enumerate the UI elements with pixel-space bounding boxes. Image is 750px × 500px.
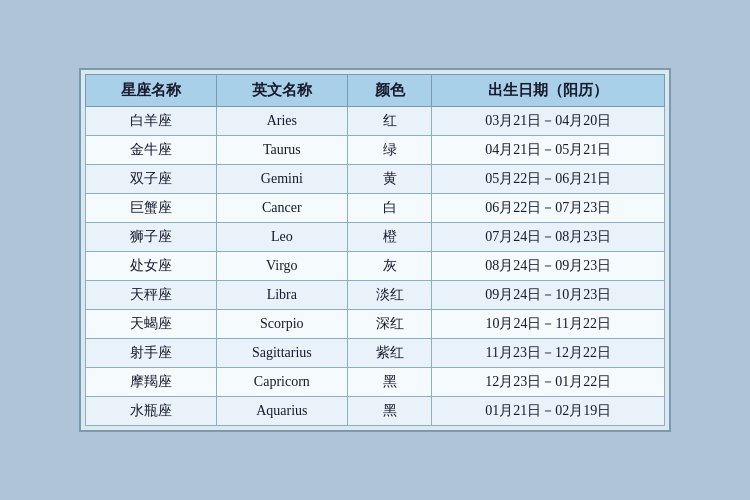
zodiac-table: 星座名称英文名称颜色出生日期（阳历） 白羊座Aries红03月21日－04月20…: [85, 74, 665, 426]
table-row: 水瓶座Aquarius黑01月21日－02月19日: [86, 397, 665, 426]
cell-9-0: 摩羯座: [86, 368, 217, 397]
cell-8-3: 11月23日－12月22日: [432, 339, 665, 368]
cell-10-2: 黑: [347, 397, 432, 426]
cell-3-0: 巨蟹座: [86, 194, 217, 223]
cell-4-3: 07月24日－08月23日: [432, 223, 665, 252]
cell-8-0: 射手座: [86, 339, 217, 368]
cell-3-3: 06月22日－07月23日: [432, 194, 665, 223]
cell-9-3: 12月23日－01月22日: [432, 368, 665, 397]
cell-5-3: 08月24日－09月23日: [432, 252, 665, 281]
cell-7-2: 深红: [347, 310, 432, 339]
cell-4-2: 橙: [347, 223, 432, 252]
cell-10-0: 水瓶座: [86, 397, 217, 426]
cell-5-2: 灰: [347, 252, 432, 281]
cell-1-1: Taurus: [216, 136, 347, 165]
cell-8-1: Sagittarius: [216, 339, 347, 368]
cell-0-2: 红: [347, 107, 432, 136]
cell-1-3: 04月21日－05月21日: [432, 136, 665, 165]
table-row: 处女座Virgo灰08月24日－09月23日: [86, 252, 665, 281]
table-row: 狮子座Leo橙07月24日－08月23日: [86, 223, 665, 252]
zodiac-table-wrapper: 星座名称英文名称颜色出生日期（阳历） 白羊座Aries红03月21日－04月20…: [79, 68, 671, 432]
cell-8-2: 紫红: [347, 339, 432, 368]
table-row: 金牛座Taurus绿04月21日－05月21日: [86, 136, 665, 165]
cell-1-2: 绿: [347, 136, 432, 165]
cell-2-0: 双子座: [86, 165, 217, 194]
cell-6-0: 天秤座: [86, 281, 217, 310]
cell-6-3: 09月24日－10月23日: [432, 281, 665, 310]
column-header-3: 出生日期（阳历）: [432, 75, 665, 107]
cell-2-3: 05月22日－06月21日: [432, 165, 665, 194]
cell-6-2: 淡红: [347, 281, 432, 310]
cell-1-0: 金牛座: [86, 136, 217, 165]
cell-10-1: Aquarius: [216, 397, 347, 426]
cell-2-1: Gemini: [216, 165, 347, 194]
table-row: 巨蟹座Cancer白06月22日－07月23日: [86, 194, 665, 223]
cell-2-2: 黄: [347, 165, 432, 194]
cell-4-1: Leo: [216, 223, 347, 252]
cell-10-3: 01月21日－02月19日: [432, 397, 665, 426]
table-row: 天蝎座Scorpio深红10月24日－11月22日: [86, 310, 665, 339]
table-row: 白羊座Aries红03月21日－04月20日: [86, 107, 665, 136]
cell-0-3: 03月21日－04月20日: [432, 107, 665, 136]
cell-0-1: Aries: [216, 107, 347, 136]
cell-9-1: Capricorn: [216, 368, 347, 397]
column-header-0: 星座名称: [86, 75, 217, 107]
table-row: 射手座Sagittarius紫红11月23日－12月22日: [86, 339, 665, 368]
cell-4-0: 狮子座: [86, 223, 217, 252]
cell-5-1: Virgo: [216, 252, 347, 281]
table-row: 摩羯座Capricorn黑12月23日－01月22日: [86, 368, 665, 397]
cell-3-2: 白: [347, 194, 432, 223]
cell-0-0: 白羊座: [86, 107, 217, 136]
table-row: 天秤座Libra淡红09月24日－10月23日: [86, 281, 665, 310]
table-row: 双子座Gemini黄05月22日－06月21日: [86, 165, 665, 194]
column-header-1: 英文名称: [216, 75, 347, 107]
cell-7-3: 10月24日－11月22日: [432, 310, 665, 339]
cell-9-2: 黑: [347, 368, 432, 397]
cell-3-1: Cancer: [216, 194, 347, 223]
cell-7-0: 天蝎座: [86, 310, 217, 339]
cell-5-0: 处女座: [86, 252, 217, 281]
cell-6-1: Libra: [216, 281, 347, 310]
column-header-2: 颜色: [347, 75, 432, 107]
cell-7-1: Scorpio: [216, 310, 347, 339]
